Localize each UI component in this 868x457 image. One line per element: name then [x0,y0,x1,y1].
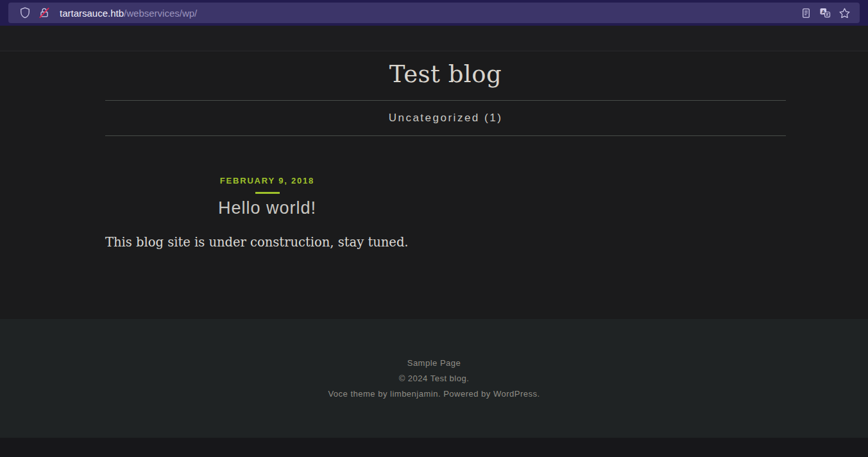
post-body: This blog site is under construction, st… [105,233,429,252]
footer-credits-suffix: . [537,389,540,399]
site-footer: Sample Page © 2024 Test blog. Voce theme… [0,319,868,438]
site-title[interactable]: Test blog [105,51,786,89]
footer-copyright: © 2024 Test blog. [399,371,470,386]
shield-icon[interactable] [17,5,33,21]
insecure-lock-icon[interactable] [37,5,52,21]
bottom-strip [0,438,868,457]
footer-copyright-prefix: © 2024 [399,374,430,383]
footer-credits-prefix: Voce theme by [328,389,390,399]
content-container: Test blog Uncategorized (1) FEBRUARY 9, … [105,51,786,252]
post: FEBRUARY 9, 2018 Hello world! This blog … [105,176,429,252]
browser-chrome: tartarsauce.htb/webservices/wp/ A [0,0,868,26]
reader-mode-icon[interactable] [798,5,813,21]
url-path[interactable]: /webservices/wp/ [124,8,197,19]
footer-site-link[interactable]: Test blog [430,374,467,383]
category-nav: Uncategorized (1) [105,100,786,136]
site-topbar [0,26,868,51]
post-title: Hello world! [105,197,429,219]
date-underline [255,192,280,194]
bookmark-star-icon[interactable] [837,5,852,21]
page-content: Test blog Uncategorized (1) FEBRUARY 9, … [0,51,868,319]
url-bar[interactable]: tartarsauce.htb/webservices/wp/ A [8,3,860,23]
footer-copyright-suffix: . [466,374,469,383]
footer-sample-page: Sample Page [407,356,461,371]
footer-wordpress-link[interactable]: WordPress [493,389,538,399]
translate-icon[interactable]: A [817,5,833,21]
url-host[interactable]: tartarsauce.htb [60,8,124,19]
nav-item-uncategorized[interactable]: Uncategorized (1) [389,112,503,124]
footer-credits: Voce theme by limbenjamin. Powered by Wo… [328,386,540,402]
post-date: FEBRUARY 9, 2018 [105,176,429,185]
footer-author-link[interactable]: limbenjamin [390,389,438,399]
footer-sample-page-link[interactable]: Sample Page [407,358,461,368]
post-title-link[interactable]: Hello world! [218,198,316,218]
url-text[interactable]: tartarsauce.htb/webservices/wp/ [60,8,798,19]
footer-credits-mid: . Powered by [438,389,493,399]
